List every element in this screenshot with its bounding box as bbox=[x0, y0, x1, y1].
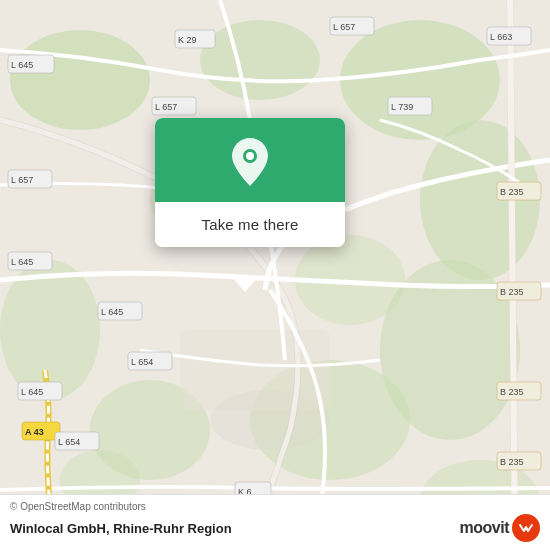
map-attribution: © OpenStreetMap contributors bbox=[10, 501, 540, 512]
svg-text:B 235: B 235 bbox=[500, 457, 524, 467]
moovit-text: moovit bbox=[460, 519, 509, 537]
svg-text:L 645: L 645 bbox=[11, 60, 33, 70]
svg-point-1 bbox=[10, 30, 150, 130]
svg-point-2 bbox=[200, 20, 320, 100]
svg-text:L 645: L 645 bbox=[21, 387, 43, 397]
svg-text:B 235: B 235 bbox=[500, 187, 524, 197]
bottom-row: Winlocal GmbH, Rhine-Ruhr Region moovit bbox=[10, 514, 540, 542]
svg-text:B 235: B 235 bbox=[500, 387, 524, 397]
company-name: Winlocal GmbH, Rhine-Ruhr Region bbox=[10, 521, 232, 536]
map-container: L 645 K 29 L 657 L 663 L 657 L 657 L 739… bbox=[0, 0, 550, 550]
svg-text:L 645: L 645 bbox=[11, 257, 33, 267]
svg-text:L 654: L 654 bbox=[131, 357, 153, 367]
svg-text:L 657: L 657 bbox=[11, 175, 33, 185]
svg-point-14 bbox=[210, 390, 330, 450]
popup-card: Take me there bbox=[155, 118, 345, 247]
svg-text:L 645: L 645 bbox=[101, 307, 123, 317]
svg-point-56 bbox=[246, 152, 254, 160]
map-background: L 645 K 29 L 657 L 663 L 657 L 657 L 739… bbox=[0, 0, 550, 550]
svg-text:L 657: L 657 bbox=[333, 22, 355, 32]
bottom-bar: © OpenStreetMap contributors Winlocal Gm… bbox=[0, 494, 550, 550]
svg-text:L 663: L 663 bbox=[490, 32, 512, 42]
take-me-there-button[interactable]: Take me there bbox=[155, 202, 345, 247]
svg-text:L 657: L 657 bbox=[155, 102, 177, 112]
popup-top-section bbox=[155, 118, 345, 202]
location-pin-icon bbox=[228, 136, 272, 188]
svg-text:L 654: L 654 bbox=[58, 437, 80, 447]
svg-text:K 29: K 29 bbox=[178, 35, 197, 45]
svg-text:L 739: L 739 bbox=[391, 102, 413, 112]
popup-arrow bbox=[233, 278, 257, 292]
moovit-logo: moovit bbox=[460, 514, 540, 542]
svg-text:A 43: A 43 bbox=[25, 427, 44, 437]
svg-text:B 235: B 235 bbox=[500, 287, 524, 297]
moovit-icon bbox=[512, 514, 540, 542]
